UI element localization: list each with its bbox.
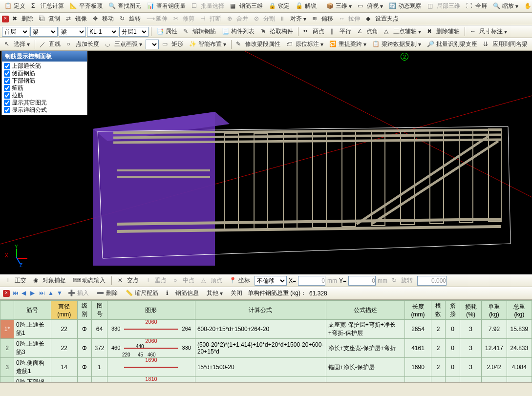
btn-align[interactable]: ⫴对齐 ▾	[278, 13, 309, 24]
btn-rotate[interactable]: ↻旋转	[117, 13, 143, 24]
panel-item-3[interactable]: 箍筋	[3, 84, 86, 92]
btn-pick-member[interactable]: 🖱拾取构件	[258, 26, 296, 37]
btn-lock[interactable]: 🔒锁定	[266, 0, 292, 12]
btn-copy[interactable]: ⿻复制	[37, 13, 63, 24]
select-arc-opt[interactable]	[146, 40, 158, 49]
btn-mirror[interactable]: ⇄镜像	[64, 13, 89, 24]
table-row[interactable]: 20跨.上通长筋322Φ372460 2060 33022045460440(5…	[0, 339, 532, 358]
panel-checkbox[interactable]	[4, 100, 10, 106]
input-y[interactable]	[348, 276, 376, 286]
col-header[interactable]: 总重(kg)	[507, 301, 532, 320]
nav-up-icon[interactable]: ▲	[48, 290, 54, 297]
btn-member-list[interactable]: 📃构件列表	[219, 26, 257, 37]
btn-delete[interactable]: ✖删除	[10, 13, 36, 24]
select-layer[interactable]: 分层1	[119, 27, 149, 37]
btn-smart[interactable]: ✨智能布置 ▾	[187, 39, 229, 50]
btn-check-rebar[interactable]: 📊查看钢筋量	[145, 0, 188, 12]
table-row[interactable]: 1*0跨.上通长筋122Φ64330 2060 264600-20+15*d+1…	[0, 320, 532, 339]
table-row[interactable]: 30跨.侧面构造筋114Φ1169015*d+1500-20锚固+净长-保护层1…	[0, 358, 532, 377]
select-type1[interactable]: 梁	[30, 27, 58, 37]
btn-two-pt[interactable]: ••两点	[301, 26, 327, 37]
select-member[interactable]: KL-1	[87, 27, 118, 37]
btn-stretch[interactable]: ↔拉伸	[337, 13, 362, 24]
btn-fullscreen[interactable]: ⛶全屏	[464, 0, 489, 12]
panel-item-6[interactable]: 显示详细公式	[3, 106, 86, 114]
btn-align-board[interactable]: 📐平齐板顶	[67, 0, 105, 12]
btn-delete-row[interactable]: ➖删除	[94, 288, 120, 299]
btn-setgrip[interactable]: ◆设置夹点	[363, 13, 401, 24]
btn-trim[interactable]: ✂修剪	[171, 13, 197, 24]
btn-rotation[interactable]: ↻旋转	[389, 275, 415, 286]
btn-select[interactable]: ↖选择 ▾	[2, 39, 32, 50]
btn-vertex[interactable]: △顶点	[199, 275, 225, 286]
select-type2[interactable]: 梁	[59, 27, 86, 37]
input-x[interactable]	[298, 276, 325, 286]
nav-last-icon[interactable]: ⏭	[39, 290, 45, 297]
col-header[interactable]: 搭接	[446, 301, 460, 320]
nav-prev-icon[interactable]: ◀	[21, 290, 27, 297]
btn-perp[interactable]: ⊥垂点	[143, 275, 169, 286]
btn-other[interactable]: 其他 ▾	[204, 288, 225, 299]
close-rebar-panel-icon[interactable]: ×	[3, 290, 10, 297]
btn-overlook[interactable]: ▭俯视 ▾	[355, 0, 385, 12]
btn-break[interactable]: ⊣打断	[198, 13, 224, 24]
btn-unlock[interactable]: 🔓解锁	[293, 0, 319, 12]
close-toolbar-icon[interactable]: ×	[2, 16, 9, 22]
btn-local-3d[interactable]: ◫局部三维	[425, 0, 463, 12]
btn-split[interactable]: ⊘分割	[252, 13, 277, 24]
col-header[interactable]	[0, 301, 14, 320]
panel-item-4[interactable]: 拉筋	[3, 92, 86, 99]
btn-scale[interactable]: 📏缩尺配筋	[123, 288, 161, 299]
panel-item-5[interactable]: 显示其它图元	[3, 99, 86, 106]
nav-down-icon[interactable]: ▼	[57, 290, 63, 297]
btn-dyn-input[interactable]: ⌨动态输入	[70, 275, 108, 286]
panel-checkbox[interactable]	[4, 63, 10, 69]
btn-pt-len[interactable]: ○点加长度	[64, 39, 102, 50]
col-header[interactable]: 筋号	[14, 301, 51, 320]
btn-merge[interactable]: ⊕合并	[225, 13, 251, 24]
panel-item-2[interactable]: 下部钢筋	[3, 77, 86, 84]
btn-insert-row[interactable]: ➕插入	[65, 288, 91, 299]
panel-item-0[interactable]: 上部通长筋	[3, 63, 86, 70]
panel-checkbox[interactable]	[4, 92, 10, 99]
col-header[interactable]: 公式描述	[326, 301, 404, 320]
btn-dynamic-view[interactable]: 🔄动态观察	[386, 0, 424, 12]
btn-dim[interactable]: ↔尺寸标注 ▾	[468, 26, 510, 37]
panel-checkbox[interactable]	[4, 85, 10, 91]
select-floor[interactable]: 首层	[2, 27, 29, 37]
btn-three-pt-arc[interactable]: ◡三点画弧 ▾	[103, 39, 145, 50]
col-header[interactable]: 级别	[77, 301, 91, 320]
btn-intersect[interactable]: ✕交点	[115, 275, 141, 286]
btn-snap[interactable]: ◉对象捕捉	[31, 275, 68, 286]
btn-pan[interactable]: ✋平移 ▾	[522, 0, 532, 12]
col-header[interactable]: 图形	[107, 301, 195, 320]
btn-summary[interactable]: Σ汇总计算	[29, 0, 66, 12]
panel-item-1[interactable]: 侧面钢筋	[3, 70, 86, 77]
col-header[interactable]: 根数	[431, 301, 445, 320]
btn-move[interactable]: ✥移动	[90, 13, 116, 24]
btn-mid[interactable]: ○中点	[171, 275, 197, 286]
btn-reextract[interactable]: 🔁重提梁跨 ▾	[327, 39, 369, 50]
btn-rebar-info[interactable]: ℹ钢筋信息	[164, 288, 201, 299]
btn-orig-annot[interactable]: 🏷原位标注 ▾	[284, 39, 326, 50]
btn-parallel[interactable]: ∥平行	[328, 26, 354, 37]
btn-batch-select[interactable]: ☐批量选择	[189, 0, 227, 12]
nav-first-icon[interactable]: ⏮	[13, 290, 19, 297]
btn-ortho[interactable]: ⊥正交	[3, 275, 29, 286]
table-row[interactable]: 40跨.下部钢筋122Φ1181015*d+1500-20锚固+净长-保护层18…	[0, 377, 532, 383]
btn-mod-beam-prop[interactable]: ✎修改梁段属性	[234, 39, 283, 50]
panel-checkbox[interactable]	[4, 70, 10, 77]
btn-close[interactable]: 关闭	[228, 288, 245, 299]
viewport-3d[interactable]: 2 钢筋显示控制面板 上部通长筋 侧面钢筋 下部钢筋 箍筋 拉筋 显示其它图元 …	[0, 51, 532, 274]
btn-zoom[interactable]: 🔍缩放 ▾	[490, 0, 521, 12]
btn-three-pt-aux[interactable]: △三点辅轴 ▾	[382, 26, 424, 37]
btn-3d[interactable]: 📦三维 ▾	[324, 0, 354, 12]
btn-del-aux[interactable]: ✖删除辅轴	[425, 26, 462, 37]
select-offset[interactable]: 不偏移	[255, 276, 287, 286]
panel-checkbox[interactable]	[4, 107, 10, 113]
btn-pt-angle[interactable]: ∠点角	[355, 26, 381, 37]
col-header[interactable]: 长度(mm)	[405, 301, 431, 320]
btn-apply-same[interactable]: ⇊应用到同名梁	[481, 39, 530, 50]
btn-copy-span[interactable]: 📋梁跨数据复制 ▾	[370, 39, 424, 50]
btn-line[interactable]: ／直线	[37, 39, 63, 50]
